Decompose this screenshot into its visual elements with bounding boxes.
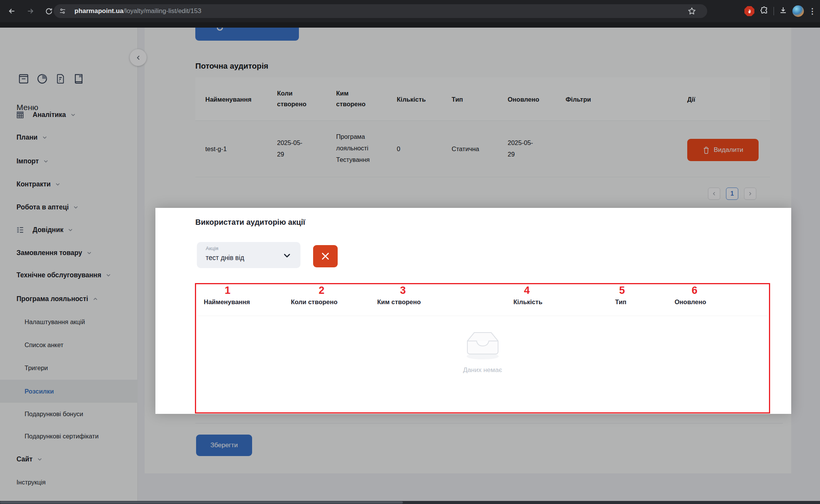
clear-selection-button[interactable] [313,245,338,267]
scrollbar-thumb[interactable] [0,501,403,504]
panel-column-header: Тип [615,298,627,306]
empty-state-text: Даних немає [196,366,769,374]
url-domain: pharmapoint.ua [74,7,124,15]
panel-column-header: Коли створено [291,298,338,306]
panel-column-header: Найменування [204,298,250,306]
horizontal-scrollbar[interactable] [0,501,820,504]
annotation-number-6: 6 [683,285,706,296]
annotation-number-2: 2 [310,285,333,296]
url-path: /loyalty/mailing-list/edit/153 [124,7,201,15]
close-icon [320,251,330,261]
annotation-number-1: 1 [216,285,239,296]
promo-select-label: Акція [206,245,218,251]
downloads-icon[interactable] [779,6,788,16]
panel-title: Використати аудиторію акції [195,218,305,227]
browser-toolbar: pharmapoint.ua/loyalty/mailing-list/edit… [0,0,820,22]
use-promo-audience-panel: Використати аудиторію акції Акція тест д… [155,208,791,414]
panel-column-header: Ким створено [377,298,421,306]
empty-inbox-icon [458,329,507,361]
browser-menu-icon[interactable]: ⋮ [808,7,816,16]
profile-avatar[interactable] [792,5,804,17]
reload-icon[interactable] [42,5,55,18]
back-icon[interactable] [5,5,18,18]
promo-select[interactable]: Акція тест днів від [197,242,300,268]
chevron-down-icon [283,251,291,261]
bookmark-star-icon[interactable] [687,7,696,17]
url-text[interactable]: pharmapoint.ua/loyalty/mailing-list/edit… [74,7,201,15]
annotation-number-5: 5 [610,285,634,296]
adblock-icon[interactable] [744,6,754,16]
promo-select-value: тест днів від [206,254,244,262]
toolbar-separator [774,7,774,15]
screen: pharmapoint.ua/loyalty/mailing-list/edit… [0,0,820,504]
panel-column-header: Оновлено [675,298,706,306]
annotation-number-3: 3 [391,285,414,296]
extensions-area: ⋮ [744,0,820,22]
forward-icon[interactable] [24,5,37,18]
address-bar[interactable]: pharmapoint.ua/loyalty/mailing-list/edit… [54,4,707,18]
extensions-puzzle-icon[interactable] [760,6,769,16]
site-info-icon[interactable] [56,5,69,18]
panel-table-header-underline [197,316,768,316]
annotation-number-4: 4 [515,285,538,296]
annotated-table-highlight: 123456 НайменуванняКоли створеноКим ство… [195,283,770,413]
empty-state: Даних немає [196,329,769,374]
chrome-bottom-strip [0,22,820,28]
panel-column-header: Кількість [513,298,543,306]
